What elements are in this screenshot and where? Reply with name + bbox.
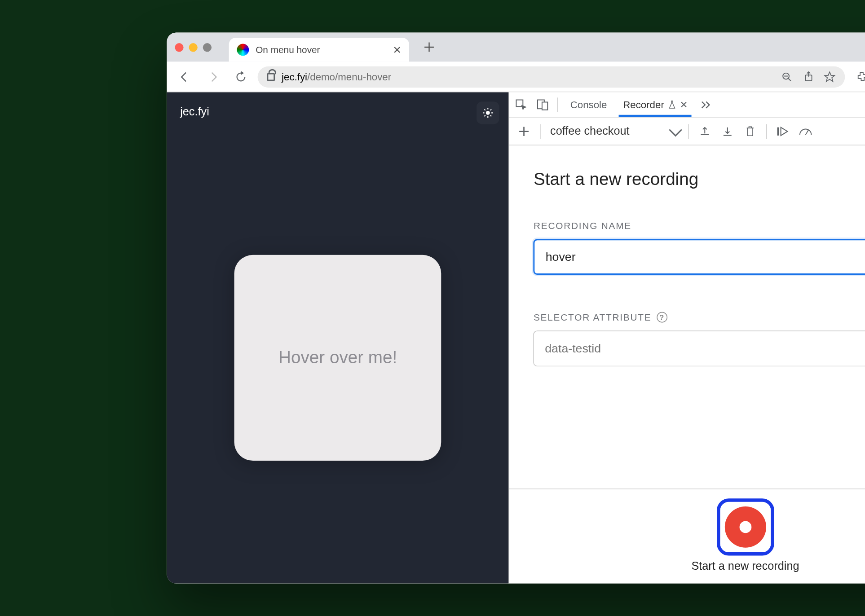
hover-card[interactable]: Hover over me! — [234, 255, 441, 460]
back-button[interactable] — [173, 66, 196, 88]
extensions-button[interactable] — [850, 66, 865, 88]
lock-icon — [267, 73, 275, 81]
browser-tab[interactable]: On menu hover — [229, 38, 409, 62]
recording-name-input[interactable] — [534, 239, 865, 275]
recorder-body: Start a new recording RECORDING NAME SEL… — [509, 145, 865, 488]
new-tab-button[interactable] — [424, 42, 435, 53]
svg-rect-7 — [542, 102, 547, 110]
share-icon[interactable] — [802, 70, 814, 83]
tab-strip: On menu hover — [167, 32, 865, 62]
recording-name-label: RECORDING NAME — [534, 220, 865, 231]
tab-recorder[interactable]: Recorder — [619, 92, 692, 117]
start-recording-label: Start a new recording — [691, 559, 799, 573]
reload-button[interactable] — [229, 66, 252, 88]
tab-recorder-label: Recorder — [623, 99, 664, 110]
bookmark-star-icon[interactable] — [824, 70, 836, 83]
zoom-out-icon[interactable] — [781, 70, 793, 83]
recording-select[interactable]: coffee checkout — [550, 124, 679, 138]
device-toggle-button[interactable] — [536, 98, 550, 111]
add-recording-button[interactable] — [517, 124, 531, 138]
recorder-toolbar: coffee checkout — [509, 118, 865, 145]
import-button[interactable] — [721, 124, 734, 138]
svg-point-4 — [486, 111, 490, 115]
selector-attribute-input[interactable] — [534, 330, 865, 366]
minimize-window-button[interactable] — [189, 43, 198, 51]
browser-window: On menu hover — [167, 32, 865, 583]
tab-title: On menu hover — [256, 44, 386, 55]
omnibox[interactable]: jec.fyi/demo/menu-hover — [258, 66, 845, 87]
devtools-tabs: Console Recorder — [509, 92, 865, 118]
theme-toggle-button[interactable] — [477, 101, 500, 124]
site-name: jec.fyi — [180, 106, 495, 119]
help-icon[interactable]: ? — [657, 312, 667, 323]
window-controls — [175, 43, 212, 51]
replay-button[interactable] — [777, 124, 790, 138]
content-area: jec.fyi Hover over me! — [167, 92, 865, 584]
delete-button[interactable] — [744, 124, 757, 138]
close-tab-icon[interactable] — [680, 101, 688, 108]
sun-icon — [482, 107, 494, 119]
selector-attribute-label: SELECTOR ATTRIBUTE ? — [534, 312, 865, 323]
chevron-down-icon — [669, 123, 682, 136]
record-icon — [724, 506, 766, 548]
close-window-button[interactable] — [175, 43, 183, 51]
address-bar: jec.fyi/demo/menu-hover — [167, 62, 865, 92]
performance-button[interactable] — [799, 124, 812, 138]
close-tab-button[interactable] — [393, 46, 401, 54]
flask-icon — [668, 100, 676, 110]
more-tabs-button[interactable] — [700, 98, 713, 111]
recording-select-value: coffee checkout — [550, 124, 630, 138]
favicon — [237, 44, 249, 56]
start-recording-button[interactable] — [717, 498, 774, 555]
inspect-element-button[interactable] — [515, 98, 528, 111]
rendered-page: jec.fyi Hover over me! — [167, 92, 508, 584]
forward-button[interactable] — [202, 66, 225, 88]
recorder-footer: Start a new recording — [509, 488, 865, 583]
svg-rect-9 — [777, 127, 779, 135]
tab-console[interactable]: Console — [566, 92, 611, 117]
hover-card-text: Hover over me! — [278, 347, 397, 368]
devtools-panel: Console Recorder — [509, 92, 865, 584]
url-text: jec.fyi/demo/menu-hover — [282, 71, 391, 82]
panel-title: Start a new recording — [534, 169, 698, 190]
export-button[interactable] — [698, 124, 712, 138]
fullscreen-window-button[interactable] — [203, 43, 212, 51]
